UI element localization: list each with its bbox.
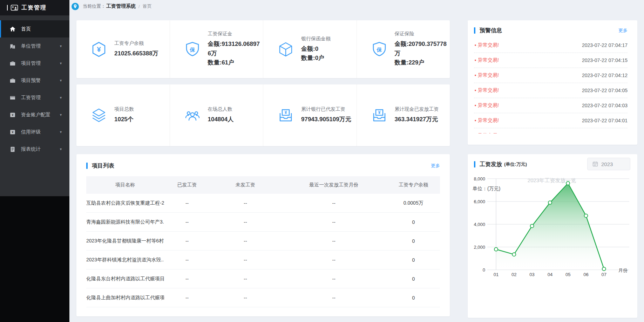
people-icon xyxy=(184,107,201,124)
stat-card: 项目总数1025个 xyxy=(76,84,170,146)
project-table-row[interactable]: 互助县农村公路灾后恢复重建工程-2...------0.0005万 xyxy=(86,194,440,213)
sidebar-item-label: 项目管理 xyxy=(21,60,41,67)
stat-card-value: 97943.905109万元 xyxy=(301,115,351,124)
credit-icon: ¥ xyxy=(9,129,16,135)
project-icon xyxy=(9,60,16,67)
svg-text:05: 05 xyxy=(565,272,570,277)
project-value-cell: 0 xyxy=(387,295,440,301)
project-table: 项目名称已发工资未发工资最近一次发放工资月份工资专户余额互助县农村公路灾后恢复重… xyxy=(86,176,440,316)
wallet-icon xyxy=(9,95,16,101)
stat-card-label: 工资专户余额 xyxy=(114,40,158,47)
breadcrumb-root-link[interactable]: 工资管理系统 xyxy=(106,3,136,9)
salary-panel-unit: (单位:万元) xyxy=(504,161,527,167)
svg-text:06: 06 xyxy=(583,272,588,277)
project-value-cell: -- xyxy=(164,276,210,282)
warning-text: 异常交易! xyxy=(478,42,499,48)
stat-card-label: 项目总数 xyxy=(114,106,134,112)
sidebar-item-report[interactable]: 报表统计▼ xyxy=(0,141,69,158)
project-value-cell: -- xyxy=(210,219,281,225)
stat-card: 银行保函金额金额:0数量:0户 xyxy=(263,20,357,78)
project-value-cell: 0 xyxy=(387,276,440,282)
sidebar-item-account[interactable]: ¥资金账户配置▼ xyxy=(0,106,69,123)
svg-text:¥: ¥ xyxy=(12,113,13,117)
project-table-row[interactable]: 化隆县上曲加村村内道路以工代赈项目------0 xyxy=(86,288,440,307)
project-table-row[interactable]: 化隆县东台村村内道路以工代赈项目------0 xyxy=(86,269,440,288)
svg-text:07: 07 xyxy=(602,272,606,277)
svg-text:4,000: 4,000 xyxy=(474,222,485,227)
salary-admin-dashboard: ¥ 工资管理 首页单位管理▼项目管理▼项目预警▼工资管理▼¥资金账户配置▼¥信用… xyxy=(0,0,644,322)
warning-list-item[interactable]: 异常交易!2023-07-22 07:04:05 xyxy=(474,83,628,98)
project-list-more-link[interactable]: 更多 xyxy=(431,163,440,169)
red-dot-icon xyxy=(475,105,476,106)
stat-cards-row-1: ¥工资专户余额21025.665388万保工资保证金金额:913126.0689… xyxy=(76,20,450,78)
project-value-cell: -- xyxy=(210,276,281,282)
project-name-cell: 互助县农村公路灾后恢复重建工程-2... xyxy=(86,200,164,206)
stat-card-text: 累计现金已发放工资363.341927万元 xyxy=(395,106,439,124)
red-dot-icon xyxy=(475,44,476,46)
warning-list-item[interactable]: 异常交易!2023-07-22 07:04:03 xyxy=(474,98,628,113)
stat-card-value: 1025个 xyxy=(114,115,134,124)
project-value-cell: -- xyxy=(164,314,210,317)
svg-text:0: 0 xyxy=(483,267,485,273)
project-table-row[interactable]: 2023年化隆县甘都镇隆康一村等6村...------0 xyxy=(86,232,440,251)
sidebar-item-alert[interactable]: 项目预警▼ xyxy=(0,72,69,89)
sidebar-item-label: 单位管理 xyxy=(21,43,41,49)
chevron-down-icon: ▼ xyxy=(59,96,62,100)
project-value-cell: -- xyxy=(210,314,281,317)
sidebar-item-label: 信用评级 xyxy=(21,129,41,135)
warning-time: 2023-07-22 07:03:50 xyxy=(582,133,628,133)
chevron-down-icon: ▼ xyxy=(59,148,62,151)
warning-more-link[interactable]: 更多 xyxy=(618,27,628,34)
shield-bao-icon: 保 xyxy=(371,41,388,58)
warning-time: 2023-07-22 07:04:12 xyxy=(582,73,628,78)
title-accent-bar xyxy=(474,161,475,167)
project-table-row[interactable]: …-------- xyxy=(86,307,440,316)
project-value-cell: -- xyxy=(164,200,210,206)
warning-list-item[interactable]: 异常交易!2023-07-22 07:04:01 xyxy=(474,113,628,128)
breadcrumb-current[interactable]: 首页 xyxy=(143,3,152,9)
warning-time: 2023-07-22 07:04:05 xyxy=(582,88,628,93)
column-header: 已发工资 xyxy=(164,182,210,188)
layers-icon xyxy=(90,107,107,124)
sidebar-item-home[interactable]: 首页 xyxy=(0,20,69,37)
warning-list-item[interactable]: 异常交易!2023-07-22 07:04:15 xyxy=(474,53,628,68)
warning-list-item[interactable]: 异常交易!2023-07-22 07:04:12 xyxy=(474,68,628,83)
stat-card: ¥累计银行已代发工资97943.905109万元 xyxy=(263,84,357,146)
project-value-cell: 0.0005万 xyxy=(387,200,440,206)
project-value-cell: 0 xyxy=(387,238,440,244)
project-table-row[interactable]: 青海鑫园新能源科技有限公司年产3...------0 xyxy=(86,213,440,232)
sidebar: ¥ 工资管理 首页单位管理▼项目管理▼项目预警▼工资管理▼¥资金账户配置▼¥信用… xyxy=(0,0,69,322)
calendar-icon xyxy=(592,161,598,167)
warning-text-wrap: 异常交易! xyxy=(474,102,499,109)
stat-card: 在场总人数104804人 xyxy=(170,84,263,146)
warning-time: 2023-07-22 07:04:15 xyxy=(582,57,628,63)
cube-icon xyxy=(277,41,294,58)
project-name-cell: 化隆县上曲加村村内道路以工代赈项目 xyxy=(86,295,164,301)
home-icon xyxy=(9,26,16,32)
project-value-cell: -- xyxy=(281,295,387,301)
column-header: 工资专户余额 xyxy=(387,182,440,188)
column-header: 未发工资 xyxy=(210,182,281,188)
shield-bao-icon: 保 xyxy=(184,41,201,58)
salary-cash-icon: ¥ xyxy=(371,107,388,124)
stat-card-label: 保证保险 xyxy=(395,31,450,37)
warning-list-item[interactable]: 异常交易!2023-07-22 07:04:17 xyxy=(474,38,628,53)
stat-card-value: 数量:0户 xyxy=(301,54,331,63)
warning-list-item[interactable]: 异常交易!2023-07-22 07:03:50 xyxy=(474,128,628,133)
stat-card-text: 银行保函金额金额:0数量:0户 xyxy=(301,36,331,63)
year-select-value: 2023 xyxy=(601,161,613,167)
stat-card-value: 104804人 xyxy=(208,115,234,124)
project-table-row[interactable]: 2023年群科镇滩北村溢洪道沟水毁...------0 xyxy=(86,251,440,269)
warning-text: 异常交易! xyxy=(478,132,499,133)
chevron-down-icon: ▼ xyxy=(59,130,62,134)
sidebar-item-label: 项目预警 xyxy=(21,77,41,84)
sidebar-item-wallet[interactable]: 工资管理▼ xyxy=(0,89,69,106)
sidebar-item-project[interactable]: 项目管理▼ xyxy=(0,55,69,72)
sidebar-item-credit[interactable]: ¥信用评级▼ xyxy=(0,123,69,141)
project-value-cell: -- xyxy=(281,238,387,244)
chevron-down-icon: ▼ xyxy=(59,62,62,65)
year-select[interactable]: 2023 xyxy=(587,158,630,170)
project-value-cell: 0 xyxy=(387,219,440,225)
sidebar-item-org[interactable]: 单位管理▼ xyxy=(0,37,69,55)
red-dot-icon xyxy=(475,60,476,61)
